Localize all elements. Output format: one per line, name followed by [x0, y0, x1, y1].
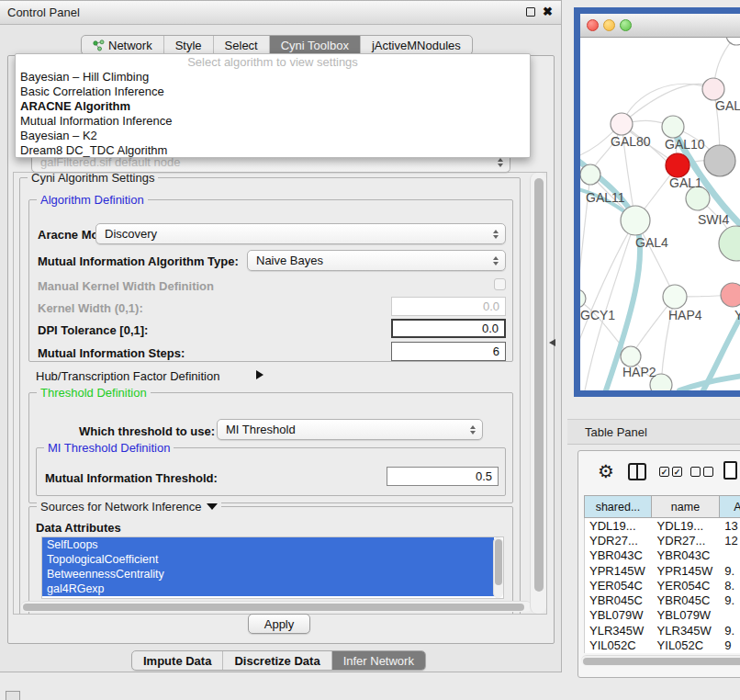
tab-discretize-data-label: Discretize Data — [234, 654, 320, 668]
tab-network-label: Network — [108, 39, 152, 52]
close-traffic-light[interactable] — [587, 19, 599, 31]
table-panel-header: Table Panel — [567, 419, 740, 445]
new-table-icon[interactable] — [723, 461, 737, 480]
settings-vertical-scrollbar[interactable] — [530, 173, 546, 614]
settings-scroll-viewport: Cyni Algorithm Settings Algorithm Defini… — [13, 172, 547, 615]
cell: 9. — [720, 564, 740, 578]
node-hap4[interactable] — [663, 285, 687, 309]
minimize-traffic-light[interactable] — [603, 19, 615, 31]
node-gal4[interactable] — [621, 206, 650, 235]
node-gal11[interactable] — [580, 164, 600, 185]
cell: YBR045C — [653, 593, 721, 607]
cell: YBL079W — [585, 608, 653, 622]
column-header-name[interactable]: name — [652, 495, 720, 518]
list-item[interactable]: TopologicalCoefficient — [42, 552, 494, 567]
tab-network[interactable]: Network — [82, 36, 163, 54]
list-vertical-scrollbar[interactable] — [493, 537, 503, 598]
dropdown-item-selected[interactable]: ARACNE Algorithm — [16, 99, 530, 114]
cell: YDR27... — [653, 534, 721, 548]
screen: Control Panel ✖ Network Style Select Cyn… — [0, 0, 740, 700]
table-row[interactable]: YER054C YER054C 8. — [585, 578, 740, 593]
column-header-partial[interactable]: A — [720, 495, 740, 518]
mi-steps-field[interactable]: 6 — [391, 342, 506, 361]
table-horizontal-scrollbar[interactable] — [581, 655, 740, 666]
data-attributes-label: Data Attributes — [36, 521, 121, 535]
tab-infer-network-label: Infer Network — [343, 654, 414, 668]
table-row[interactable]: YBL079W YBL079W — [585, 608, 740, 623]
node-gray[interactable] — [704, 145, 735, 176]
table-row[interactable]: YBR045C YBR045C 9. — [585, 593, 740, 607]
table-row[interactable]: YDR27... YDR27... 12 — [585, 533, 740, 548]
table-panel-title: Table Panel — [585, 425, 647, 439]
node[interactable] — [726, 38, 740, 45]
aracne-mode-value: Discovery — [105, 227, 157, 241]
table-row[interactable]: YDL19... YDL19... 13 — [585, 518, 740, 533]
list-item[interactable]: SelfLoops — [42, 537, 494, 552]
threshold-definition-title: Threshold Definition — [37, 386, 151, 400]
stepper-arrows-icon — [493, 230, 499, 239]
network-view-window: GAL GAL80 GAL10 GAL1 GAL11 SWI4 GAL4 GCY… — [574, 7, 740, 397]
node-salmon[interactable] — [721, 283, 740, 307]
kernel-width-field[interactable]: 0.0 — [391, 297, 506, 316]
cell: YBR043C — [653, 548, 721, 562]
table-header-row: shared... name A — [584, 495, 740, 518]
network-canvas[interactable]: GAL GAL80 GAL10 GAL1 GAL11 SWI4 GAL4 GCY… — [580, 38, 740, 390]
tab-impute-data[interactable]: Impute Data — [132, 651, 222, 670]
mi-threshold-field[interactable]: 0.5 — [387, 467, 499, 486]
tab-style[interactable]: Style — [163, 36, 213, 54]
sources-title-text: Sources for Network Inference — [40, 500, 202, 514]
gear-icon[interactable]: ⚙ — [598, 462, 614, 480]
tab-jactivemnodules[interactable]: jActiveMNodules — [360, 36, 472, 54]
node-label: Y — [734, 308, 740, 322]
cell: YER054C — [653, 579, 721, 593]
cell: YBR043C — [585, 548, 653, 562]
aracne-mode-combo[interactable]: Discovery — [95, 223, 506, 244]
collapse-down-icon[interactable] — [207, 503, 218, 510]
tab-select-label: Select — [225, 39, 258, 52]
node-label: HAP2 — [622, 365, 656, 379]
tab-select[interactable]: Select — [213, 36, 269, 54]
hub-definition-expander[interactable]: Hub/Transcription Factor Definition — [36, 369, 219, 383]
deselect-all-checkboxes-icon[interactable] — [690, 467, 713, 477]
close-window-icon[interactable]: ✖ — [543, 5, 553, 18]
tab-infer-network[interactable]: Infer Network — [331, 651, 425, 670]
node-swi4[interactable] — [719, 226, 740, 261]
table-row[interactable]: YPR145W YPR145W 9. — [585, 563, 740, 578]
table-panel-body: ⚙ ✓✓ shared... name A YDL19... YDL19... … — [577, 450, 740, 678]
network-window-titlebar[interactable] — [580, 14, 740, 38]
which-threshold-label: Which threshold to use: — [79, 424, 215, 438]
settings-horizontal-scrollbar[interactable] — [21, 601, 532, 612]
table-row[interactable]: YLR345W YLR345W 9. — [585, 623, 740, 638]
dropdown-item[interactable]: Bayesian – Hill Climbing — [16, 70, 530, 85]
mi-algorithm-type-combo[interactable]: Naive Bayes — [247, 250, 506, 271]
manual-kernel-checkbox[interactable] — [494, 278, 506, 290]
column-header-shared-name[interactable]: shared... — [584, 495, 652, 518]
dropdown-item[interactable]: Mutual Information Inference — [16, 114, 530, 129]
apply-button[interactable]: Apply — [248, 614, 310, 634]
node-gal80[interactable] — [611, 113, 633, 135]
dropdown-item[interactable]: Dream8 DC_TDC Algorithm — [16, 143, 530, 158]
float-window-icon[interactable] — [526, 7, 535, 17]
node-gal10[interactable] — [662, 116, 684, 138]
table-row[interactable]: YIL052C YIL052C 9 — [585, 638, 740, 652]
split-columns-icon[interactable] — [628, 463, 646, 480]
tab-cyni-toolbox[interactable]: Cyni Toolbox — [269, 36, 360, 54]
node[interactable] — [702, 78, 724, 100]
node-gal1-selected[interactable] — [666, 153, 690, 177]
select-all-checkboxes-icon[interactable]: ✓✓ — [659, 467, 682, 477]
table-row[interactable]: YBR043C YBR043C — [585, 548, 740, 563]
dropdown-item[interactable]: Basic Correlation Inference — [16, 85, 530, 99]
node-label: GAL — [715, 98, 740, 113]
zoom-traffic-light[interactable] — [620, 19, 632, 31]
expander-right-icon[interactable] — [256, 370, 263, 379]
dpi-tolerance-field[interactable]: 0.0 — [391, 319, 506, 338]
list-item[interactable]: gal4RGexp — [42, 581, 494, 596]
tab-discretize-data[interactable]: Discretize Data — [222, 651, 331, 670]
list-item[interactable]: BetweennessCentrality — [42, 567, 494, 581]
cell: YDL19... — [585, 519, 653, 533]
mi-threshold-label: Mutual Information Threshold: — [45, 471, 218, 485]
which-threshold-combo[interactable]: MI Threshold — [217, 419, 483, 440]
dropdown-item[interactable]: Bayesian – K2 — [16, 129, 530, 143]
mi-steps-label: Mutual Information Steps: — [38, 346, 185, 360]
node-hap2[interactable] — [621, 346, 641, 367]
